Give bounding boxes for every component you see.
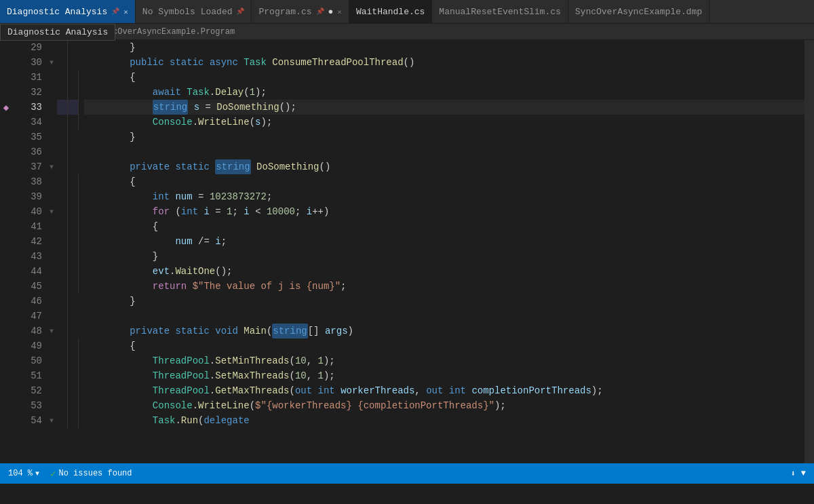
linenum-31: 31 [12,70,42,85]
breadcrumb-bar: ▼ WaitHandle.cs › ⚙ SyncOverAsyncExample… [0,24,814,40]
fold-32 [46,85,57,100]
linenum-47: 47 [12,309,42,324]
linenum-37: 37 [12,159,42,174]
linenum-38: 38 [12,174,42,189]
margin-50 [0,353,12,368]
margin-col: ◆ [0,40,12,484]
fold-54[interactable]: ▼ [46,413,57,428]
fold-45 [46,279,57,294]
linenum-39: 39 [12,189,42,204]
fold-42 [46,234,57,249]
linenum-48: 48 [12,324,42,338]
tab-program-cs-close[interactable]: ✕ [337,7,342,16]
margin-45 [0,279,12,294]
fold-30[interactable]: ▼ [46,55,57,70]
code-line-35: } [84,130,805,144]
margin-39 [0,189,12,204]
linenum-34: 34 [12,115,42,130]
margin-34 [0,115,12,130]
tab-diagnostic-close[interactable]: ✕ [123,7,128,16]
fold-33 [46,100,57,115]
tab-manual-reset-label: ManualResetEventSlim.cs [439,7,560,17]
linenum-50: 50 [12,353,42,368]
margin-52 [0,383,12,398]
status-right: ⬇ ▼ [791,469,806,479]
nav-icon[interactable]: ⬇ [791,469,796,479]
code-line-33: string s = DoSomething(); [84,100,805,115]
margin-41 [0,219,12,234]
breadcrumb-namespace[interactable]: SyncOverAsyncExample.Program [98,27,235,37]
fold-39 [46,189,57,204]
fold-35 [46,130,57,144]
code-line-32: await Task.Delay(1); [84,85,805,100]
status-issues: ✓ No issues found [50,468,132,480]
margin-40 [0,204,12,219]
diagnostic-tooltip: Diagnostic Analysis [0,24,115,41]
tab-program-cs[interactable]: Program.cs 📌 ● ✕ [252,0,349,24]
tab-no-symbols-label: No Symbols Loaded [142,7,233,17]
code-line-34: Console.WriteLine(s); [84,115,805,130]
code-line-43: } [84,249,805,264]
code-line-37: private static string DoSomething() [84,159,805,174]
linenum-49: 49 [12,338,42,353]
fold-43 [46,249,57,264]
code-line-41: { [84,219,805,234]
code-line-48: private static void Main(string[] args) [84,324,805,338]
linenum-53: 53 [12,398,42,413]
code-line-29: } [84,40,805,55]
margin-48 [0,324,12,338]
fold-40[interactable]: ▼ [46,204,57,219]
linenum-52: 52 [12,383,42,398]
tab-program-cs-label: Program.cs [258,7,311,17]
margin-49 [0,338,12,353]
code-line-31: { [84,70,805,85]
code-line-36 [84,144,805,159]
margin-46 [0,294,12,309]
tab-diagnostic[interactable]: Diagnostic Analysis 📌 ✕ [0,0,136,24]
linenum-42: 42 [12,234,42,249]
status-left: 104 % ▼ [8,469,39,478]
status-bar: 104 % ▼ ✓ No issues found ⬇ ▼ [0,463,814,484]
vertical-scrollbar[interactable] [805,40,814,484]
fold-34 [46,115,57,130]
tab-diagnostic-label: Diagnostic Analysis [7,7,107,17]
tab-no-symbols[interactable]: No Symbols Loaded 📌 [136,0,252,24]
code-view: ◆ 29 30 31 32 [0,40,814,484]
issues-text: No issues found [58,469,132,478]
fold-51 [46,368,57,383]
nav-label: ▼ [801,469,806,478]
margin-30 [0,55,12,70]
tab-manual-reset[interactable]: ManualResetEventSlim.cs [432,0,568,24]
fold-37[interactable]: ▼ [46,159,57,174]
margin-31 [0,70,12,85]
fold-col: ▼ ▼ ▼ ▼ ▼ [46,40,57,484]
code-line-44: evt.WaitOne(); [84,264,805,279]
linenum-40: 40 [12,204,42,219]
margin-29 [0,40,12,55]
zoom-arrow[interactable]: ▼ [35,470,39,478]
tab-wait-handle-label: WaitHandle.cs [356,7,425,17]
margin-53 [0,398,12,413]
margin-51 [0,368,12,383]
margin-54 [0,413,12,428]
linenum-45: 45 [12,279,42,294]
linenum-36: 36 [12,144,42,159]
tab-sync-over-async[interactable]: SyncOverAsyncExample.dmp [568,0,710,24]
linenum-54: 54 [12,413,42,428]
indent-guides [57,40,79,484]
linenum-41: 41 [12,219,42,234]
zoom-level[interactable]: 104 % [8,469,33,478]
tab-wait-handle[interactable]: WaitHandle.cs [349,0,432,24]
code-content[interactable]: } public static async Task ConsumeThread… [79,40,805,484]
zoom-control[interactable]: 104 % ▼ [8,469,39,478]
tab-program-cs-modified: ● [328,7,334,17]
margin-37 [0,159,12,174]
fold-36 [46,144,57,159]
code-line-50: ThreadPool.SetMinThreads(10, 1); [84,353,805,368]
code-line-52: ThreadPool.GetMaxThreads(out int workerT… [84,383,805,398]
fold-48[interactable]: ▼ [46,324,57,338]
margin-44 [0,264,12,279]
tab-sync-over-async-label: SyncOverAsyncExample.dmp [575,7,702,17]
linenum-51: 51 [12,368,42,383]
fold-49 [46,338,57,353]
